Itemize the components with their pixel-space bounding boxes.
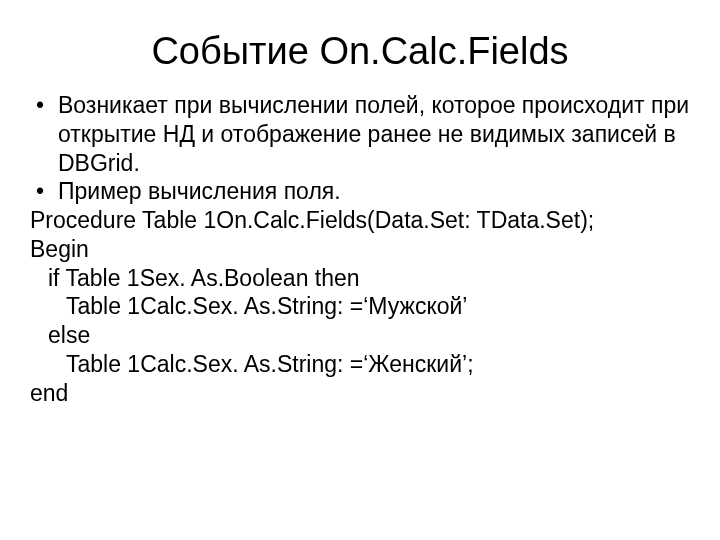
code-line-end: end (30, 379, 690, 408)
code-line-else: else (30, 321, 690, 350)
code-line-then-branch: Table 1Calc.Sex. As.String: =‘Мужской’ (30, 292, 690, 321)
code-line-else-branch: Table 1Calc.Sex. As.String: =‘Женский’; (30, 350, 690, 379)
bullet-item: • Пример вычисления поля. (30, 177, 690, 206)
code-line-procedure: Procedure Table 1On.Calc.Fields(Data.Set… (30, 206, 690, 235)
code-line-if: if Table 1Sex. As.Boolean then (30, 264, 690, 293)
slide-title: Событие On.Calc.Fields (30, 30, 690, 73)
bullet-marker-icon: • (30, 91, 58, 120)
bullet-text: Возникает при вычислении полей, которое … (58, 91, 690, 177)
slide-content: • Возникает при вычислении полей, которо… (30, 91, 690, 407)
bullet-text: Пример вычисления поля. (58, 177, 690, 206)
code-line-begin: Begin (30, 235, 690, 264)
bullet-marker-icon: • (30, 177, 58, 206)
bullet-item: • Возникает при вычислении полей, которо… (30, 91, 690, 177)
